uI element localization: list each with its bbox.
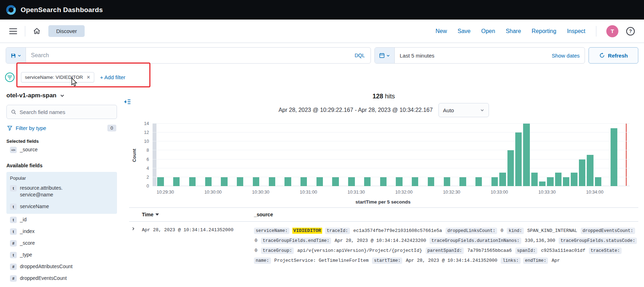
field-value: 7a79b71565bbcaa6 <box>467 248 512 253</box>
histogram-bar[interactable] <box>300 177 307 186</box>
search-input[interactable] <box>26 52 349 59</box>
breadcrumb-discover[interactable]: Discover <box>48 25 85 37</box>
field-item-serviceName[interactable]: tserviceName <box>6 201 117 212</box>
field-item-_type[interactable]: t_type <box>6 249 117 261</box>
y-tick-label: 8 <box>147 148 149 153</box>
histogram-bar[interactable] <box>459 177 466 186</box>
histogram-bar[interactable] <box>412 177 418 186</box>
remove-filter-icon[interactable]: ✕ <box>86 75 90 80</box>
histogram-bar[interactable] <box>491 177 498 186</box>
source-field-kind: kind: SPAN_KIND_INTERNAL <box>507 228 578 233</box>
selected-fields-list: </>_source <box>6 144 117 156</box>
histogram-bar[interactable] <box>253 177 259 186</box>
histogram-bar[interactable] <box>611 128 617 186</box>
histogram-bar[interactable] <box>507 150 514 186</box>
field-item-_source[interactable]: </>_source <box>6 144 117 156</box>
histogram-bar[interactable] <box>499 173 506 186</box>
histogram-bar[interactable] <box>563 177 569 186</box>
help-button[interactable]: ? <box>623 24 638 38</box>
filter-pill[interactable]: serviceName: VIDIEDITOR ✕ <box>21 72 94 82</box>
histogram-bar[interactable] <box>380 177 387 186</box>
histogram-bar[interactable] <box>364 177 371 186</box>
field-value: 330,136,300 <box>524 238 556 243</box>
histogram-bar[interactable] <box>555 173 561 186</box>
field-item-_index[interactable]: t_index <box>6 226 117 237</box>
x-tick-label: 10:33:00 <box>491 190 508 195</box>
histogram-bar[interactable] <box>587 155 593 186</box>
date-picker-button[interactable] <box>375 48 395 63</box>
histogram-bar[interactable] <box>475 177 482 186</box>
histogram-bar[interactable] <box>269 177 275 186</box>
field-item-_score[interactable]: #_score <box>6 237 117 249</box>
histogram-bar[interactable] <box>173 177 180 186</box>
x-tick-label: 10:30:00 <box>204 190 222 195</box>
gridline <box>153 132 630 132</box>
nav-link-reporting[interactable]: Reporting <box>532 28 556 34</box>
histogram-bar[interactable] <box>316 177 323 186</box>
field-name: _index <box>20 228 34 235</box>
avatar[interactable]: T <box>606 25 618 37</box>
index-pattern-selector[interactable]: otel-v1-apm-span <box>6 92 117 99</box>
histogram-bar[interactable] <box>579 159 585 186</box>
nav-link-inspect[interactable]: Inspect <box>567 28 585 34</box>
histogram-bar[interactable] <box>237 177 243 186</box>
collapse-sidebar-button[interactable] <box>124 98 131 106</box>
histogram-bar[interactable] <box>332 177 339 186</box>
home-button[interactable] <box>30 25 43 38</box>
histogram-bar[interactable] <box>444 177 450 186</box>
filter-menu-button[interactable] <box>4 72 15 83</box>
field-value: ProjectService: GetTimelineForItem <box>273 258 369 263</box>
histogram-bar[interactable] <box>571 173 577 186</box>
field-item-_id[interactable]: t_id <box>6 214 117 226</box>
available-fields-header: Available fields <box>6 163 117 168</box>
histogram-bar[interactable] <box>205 177 212 186</box>
show-dates-button[interactable]: Show dates <box>552 53 585 59</box>
opensearch-logo-icon <box>6 5 16 15</box>
histogram-bar[interactable] <box>348 177 355 186</box>
histogram-bar[interactable] <box>396 177 402 186</box>
histogram-bar[interactable] <box>221 177 227 186</box>
add-filter-button[interactable]: + Add filter <box>100 74 125 80</box>
x-tick-label: 10:31:30 <box>347 190 365 195</box>
interval-select[interactable]: Auto <box>438 103 489 117</box>
nav-link-share[interactable]: Share <box>506 28 521 34</box>
menu-button[interactable] <box>6 25 20 37</box>
histogram-bar[interactable] <box>428 177 434 186</box>
time-column-header[interactable]: Time <box>142 212 254 217</box>
field-badge: startTime: <box>372 258 402 264</box>
chevron-down-icon <box>480 108 484 112</box>
filter-by-type-row[interactable]: Filter by type 0 <box>6 125 117 131</box>
expand-row-button[interactable] <box>129 226 138 233</box>
histogram-bar[interactable] <box>523 124 529 186</box>
field-name: droppedEventsCount <box>20 275 67 282</box>
field-item-droppedAttributesCount[interactable]: #droppedAttributesCount <box>6 261 117 272</box>
source-field-endTime: endTime: Apr <box>523 258 560 263</box>
dql-label[interactable]: DQL <box>349 53 371 58</box>
field-item-droppedEventsCount[interactable]: #droppedEventsCount <box>6 272 117 284</box>
histogram-bar[interactable] <box>595 177 601 186</box>
nav-link-open[interactable]: Open <box>481 28 495 34</box>
home-icon <box>33 27 41 35</box>
refresh-button[interactable]: Refresh <box>589 47 638 64</box>
histogram-bar[interactable] <box>284 177 291 186</box>
histogram-bar[interactable] <box>531 173 538 186</box>
histogram-bar[interactable] <box>515 132 522 186</box>
field-value: 0 <box>500 228 504 233</box>
field-name: _type <box>20 251 32 258</box>
saved-query-button[interactable] <box>6 48 26 63</box>
search-group: DQL <box>6 47 371 64</box>
field-value: VIDIEDITOR <box>292 228 322 234</box>
field-value: Apr 28, 2023 @ 10:34:14.242423200 <box>334 238 427 243</box>
sidebar: otel-v1-apm-span Filter by type 0 Select… <box>0 87 123 287</box>
histogram-bar[interactable] <box>547 177 553 186</box>
histogram-bar[interactable] <box>539 182 545 186</box>
time-range-value[interactable]: Last 5 minutes <box>395 53 435 59</box>
histogram-bar[interactable] <box>157 177 164 186</box>
filter-bar: serviceName: VIDIEDITOR ✕ + Add filter <box>0 68 644 87</box>
gridline <box>153 159 630 159</box>
histogram-bar[interactable] <box>189 177 196 186</box>
nav-link-new[interactable]: New <box>436 28 447 34</box>
field-search-input[interactable] <box>20 109 112 115</box>
field-item-resource.attributes.service@name[interactable]: tresource.attributes.service@name <box>6 182 117 201</box>
nav-link-save[interactable]: Save <box>458 28 470 34</box>
